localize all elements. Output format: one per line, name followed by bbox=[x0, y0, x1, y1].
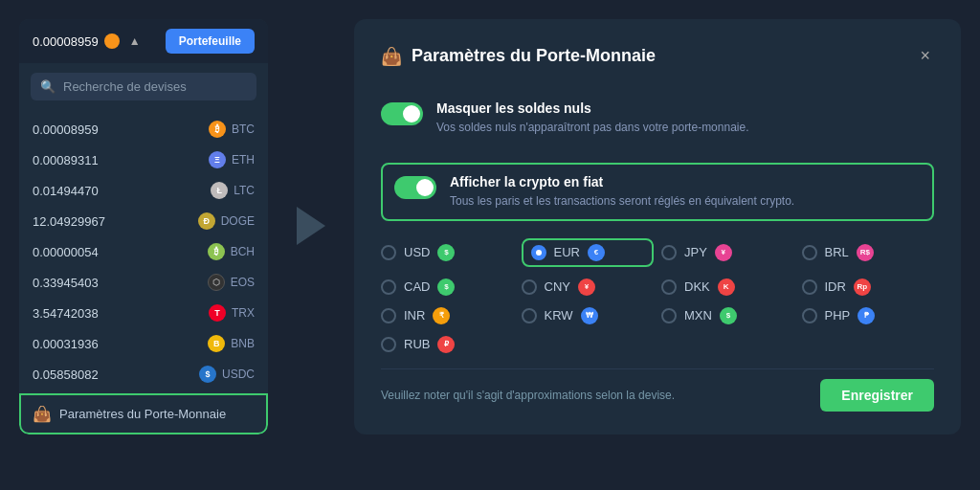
php-icon: ₱ bbox=[858, 307, 875, 324]
currency-label-inr: INR bbox=[404, 308, 425, 323]
modal-header: 👜 Paramètres du Porte-Monnaie × bbox=[381, 42, 934, 70]
radio-cny[interactable] bbox=[522, 279, 537, 295]
currency-option-usd[interactable]: USD $ bbox=[381, 238, 514, 267]
currency-label-mxn: MXN bbox=[684, 308, 712, 323]
currency-label-idr: IDR bbox=[825, 279, 846, 294]
toggle-section-2: Afficher la crypto en fiat Tous les pari… bbox=[381, 163, 934, 221]
wallet-panel: 0.00008959 ▲ Portefeuille 🔍 0.00008959 ₿… bbox=[19, 19, 268, 434]
trx-coin-icon: T bbox=[209, 304, 226, 322]
doge-coin-icon: Ð bbox=[198, 212, 215, 230]
toggle-track-2[interactable] bbox=[394, 176, 436, 199]
portfolio-button[interactable]: Portefeuille bbox=[166, 29, 255, 54]
modal-close-button[interactable]: × bbox=[916, 42, 934, 70]
hide-zero-toggle[interactable] bbox=[381, 102, 423, 125]
dkk-icon: K bbox=[718, 278, 735, 296]
toggle-label-1: Masquer les soldes nuls bbox=[436, 100, 749, 116]
currency-option-jpy[interactable]: JPY ¥ bbox=[661, 238, 794, 267]
search-bar: 🔍 bbox=[19, 63, 268, 110]
radio-inr[interactable] bbox=[381, 308, 396, 323]
toggle-desc-2: Tous les paris et les transactions seron… bbox=[450, 193, 794, 210]
radio-cad[interactable] bbox=[381, 279, 396, 295]
search-wrap: 🔍 bbox=[31, 73, 256, 100]
main-container: 0.00008959 ▲ Portefeuille 🔍 0.00008959 ₿… bbox=[0, 0, 980, 490]
currency-option-cny[interactable]: CNY ¥ bbox=[522, 278, 655, 296]
usdc-coin-icon: $ bbox=[199, 366, 216, 383]
modal-title: 👜 Paramètres du Porte-Monnaie bbox=[381, 46, 656, 67]
currency-grid: USD $ EUR € JPY ¥ BRL R$ bbox=[381, 238, 934, 353]
toggle-track-1[interactable] bbox=[381, 102, 423, 125]
wallet-settings-modal: 👜 Paramètres du Porte-Monnaie × Masquer … bbox=[354, 19, 961, 434]
currency-option-inr[interactable]: INR ₹ bbox=[381, 307, 514, 324]
eth-coin-icon: Ξ bbox=[209, 151, 226, 168]
wallet-balance: 0.00008959 ▲ bbox=[33, 33, 141, 49]
radio-mxn[interactable] bbox=[661, 308, 677, 323]
save-button[interactable]: Enregistrer bbox=[820, 379, 934, 412]
btc-icon bbox=[104, 33, 120, 49]
currency-option-cad[interactable]: CAD $ bbox=[381, 278, 514, 296]
toggle-row-2: Afficher la crypto en fiat Tous les pari… bbox=[381, 163, 934, 221]
list-item[interactable]: 0.05858082 $ USDC bbox=[19, 359, 268, 390]
currency-option-php[interactable]: PHP ₱ bbox=[802, 307, 935, 324]
eur-icon: € bbox=[588, 244, 605, 261]
show-fiat-toggle[interactable] bbox=[394, 176, 436, 199]
toggle-text-2: Afficher la crypto en fiat Tous les pari… bbox=[450, 174, 794, 210]
currency-option-eur[interactable]: EUR € bbox=[522, 238, 655, 267]
currency-label-dkk: DKK bbox=[684, 279, 710, 294]
currency-option-rub[interactable]: RUB ₽ bbox=[381, 336, 514, 353]
btc-coin-icon: ₿ bbox=[209, 121, 226, 138]
toggle-thumb-1 bbox=[403, 105, 420, 122]
list-item[interactable]: 0.00000054 ₿ BCH bbox=[19, 236, 268, 267]
arrow-right-icon bbox=[297, 207, 325, 245]
eos-coin-icon: ⬡ bbox=[208, 274, 225, 291]
wallet-icon: 👜 bbox=[33, 405, 52, 423]
brl-icon: R$ bbox=[857, 244, 874, 261]
jpy-icon: ¥ bbox=[715, 244, 732, 261]
radio-brl[interactable] bbox=[802, 245, 817, 260]
currency-list: 0.00008959 ₿ BTC 0.00089311 Ξ ETH 0.0149… bbox=[19, 110, 268, 393]
currency-label-cad: CAD bbox=[404, 279, 430, 294]
currency-option-mxn[interactable]: MXN $ bbox=[661, 307, 794, 324]
list-item[interactable]: 0.01494470 Ł LTC bbox=[19, 175, 268, 206]
radio-php[interactable] bbox=[802, 308, 817, 323]
currency-option-brl[interactable]: BRL R$ bbox=[802, 238, 935, 267]
radio-idr[interactable] bbox=[802, 279, 817, 295]
list-item[interactable]: 0.00089311 Ξ ETH bbox=[19, 145, 268, 175]
radio-jpy[interactable] bbox=[661, 245, 677, 260]
list-item[interactable]: 3.54742038 T TRX bbox=[19, 298, 268, 328]
currency-label-rub: RUB bbox=[404, 337, 430, 351]
cny-icon: ¥ bbox=[578, 278, 595, 296]
currency-label-jpy: JPY bbox=[684, 245, 707, 259]
modal-wallet-icon: 👜 bbox=[381, 46, 402, 67]
idr-icon: Rp bbox=[854, 278, 871, 296]
krw-icon: ₩ bbox=[581, 307, 598, 324]
currency-option-idr[interactable]: IDR Rp bbox=[802, 278, 935, 296]
footer-note: Veuillez noter qu'il s'agit d'approximat… bbox=[381, 389, 675, 402]
modal-title-text: Paramètres du Porte-Monnaie bbox=[412, 46, 656, 66]
radio-krw[interactable] bbox=[522, 308, 537, 323]
arrow-divider bbox=[297, 207, 325, 245]
inr-icon: ₹ bbox=[433, 307, 450, 324]
bch-coin-icon: ₿ bbox=[208, 243, 225, 260]
chevron-up-icon[interactable]: ▲ bbox=[129, 34, 141, 48]
radio-usd[interactable] bbox=[381, 245, 396, 260]
list-item[interactable]: 0.00031936 B BNB bbox=[19, 328, 268, 359]
list-item[interactable]: 0.00008959 ₿ BTC bbox=[19, 114, 268, 145]
balance-amount: 0.00008959 bbox=[33, 34, 99, 49]
toggle-row-1: Masquer les soldes nuls Vos soldes nuls … bbox=[381, 91, 934, 145]
radio-eur[interactable] bbox=[531, 245, 546, 260]
toggle-label-2: Afficher la crypto en fiat bbox=[450, 174, 794, 189]
rub-icon: ₽ bbox=[437, 336, 455, 353]
wallet-settings-link[interactable]: 👜 Paramètres du Porte-Monnaie bbox=[19, 393, 268, 434]
wallet-settings-label: Paramètres du Porte-Monnaie bbox=[59, 407, 226, 421]
currency-label-krw: KRW bbox=[545, 308, 573, 323]
mxn-icon: $ bbox=[720, 307, 737, 324]
radio-dkk[interactable] bbox=[661, 279, 677, 295]
currency-label-eur: EUR bbox=[554, 245, 580, 259]
list-item[interactable]: 0.33945403 ⬡ EOS bbox=[19, 267, 268, 298]
currency-option-krw[interactable]: KRW ₩ bbox=[522, 307, 655, 324]
search-input[interactable] bbox=[63, 79, 247, 94]
list-item[interactable]: 12.04929967 Ð DOGE bbox=[19, 206, 268, 236]
toggle-section-1: Masquer les soldes nuls Vos soldes nuls … bbox=[381, 91, 934, 145]
radio-rub[interactable] bbox=[381, 337, 396, 352]
currency-option-dkk[interactable]: DKK K bbox=[661, 278, 794, 296]
